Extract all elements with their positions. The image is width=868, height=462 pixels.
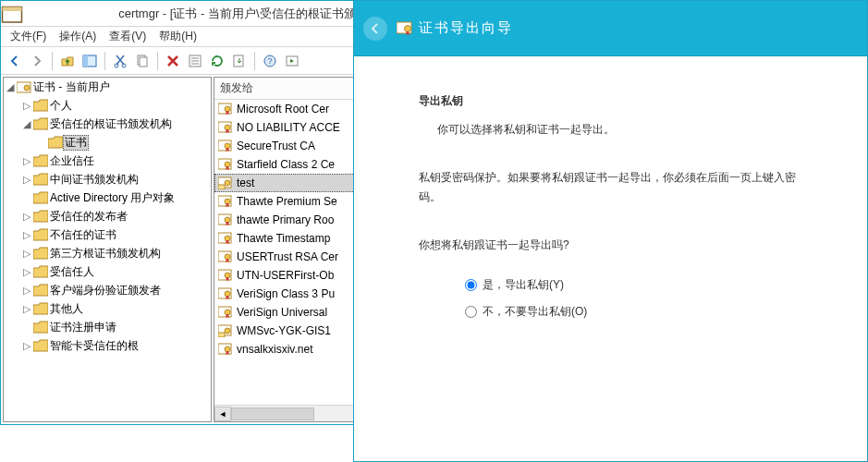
tree-item[interactable]: ▷不信任的证书	[4, 225, 211, 244]
svg-rect-45	[218, 333, 225, 337]
cert-root-icon	[17, 80, 31, 93]
tree-item-label: 个人	[48, 98, 72, 114]
tree-item-label: 第三方根证书颁发机构	[48, 246, 161, 261]
list-item-label: test	[237, 176, 254, 189]
svg-text:?: ?	[267, 56, 272, 66]
wizard-header[interactable]: 证书导出向导	[354, 1, 867, 56]
radio-yes-label: 是，导出私钥(Y)	[483, 277, 564, 293]
scroll-left-arrow[interactable]: ◄	[214, 407, 231, 421]
app-icon	[1, 3, 23, 25]
tree-item-label: 不信任的证书	[48, 227, 116, 243]
list-item-label: thawte Primary Roo	[237, 213, 334, 226]
expand-icon[interactable]: ▷	[20, 248, 33, 260]
scroll-thumb[interactable]	[231, 407, 314, 420]
action-button[interactable]	[282, 51, 302, 71]
collapse-icon[interactable]: ◢	[4, 81, 17, 93]
forward-button[interactable]	[27, 51, 47, 71]
tree-item-label: 企业信任	[48, 153, 94, 169]
tree-item-label: 其他人	[48, 301, 83, 317]
radio-yes-input[interactable]	[465, 279, 477, 291]
list-item-label: VeriSign Universal	[237, 306, 327, 319]
tree-item[interactable]: ▷其他人	[4, 299, 211, 318]
tree-item[interactable]: 证书	[4, 133, 211, 152]
radio-no-input[interactable]	[465, 306, 477, 318]
list-item-label: Microsoft Root Cer	[237, 103, 329, 116]
wizard-question-text: 你想将私钥跟证书一起导出吗?	[419, 236, 812, 256]
radio-yes-row[interactable]: 是，导出私钥(Y)	[465, 272, 812, 298]
tree-item[interactable]: ▷受信任的发布者	[4, 207, 211, 225]
menu-action[interactable]: 操作(A)	[54, 27, 102, 46]
refresh-button[interactable]	[207, 51, 227, 71]
tree-item[interactable]: ▷智能卡受信任的根	[4, 336, 211, 355]
tree-item[interactable]: ▷第三方根证书颁发机构	[4, 244, 211, 262]
expand-icon[interactable]: ▷	[20, 174, 33, 186]
up-button[interactable]	[57, 51, 78, 71]
list-item-label: Starfield Class 2 Ce	[237, 158, 335, 171]
list-item-label: SecureTrust CA	[237, 140, 315, 152]
tree-item-label: 智能卡受信任的根	[48, 338, 139, 354]
expand-icon[interactable]: ▷	[20, 285, 33, 297]
tree-item[interactable]: ◢受信任的根证书颁发机构	[4, 115, 211, 133]
wizard-back-button[interactable]	[363, 17, 387, 41]
expand-icon[interactable]: ▷	[20, 211, 33, 223]
expand-icon[interactable]: ▷	[20, 155, 33, 167]
tree-root-label: 证书 - 当前用户	[31, 79, 110, 95]
tree-item-label: 中间证书颁发机构	[48, 172, 139, 188]
tree-item[interactable]: Active Directory 用户对象	[4, 188, 211, 207]
expand-icon[interactable]: ▷	[20, 303, 33, 315]
tree-item-label: 受信任的根证书颁发机构	[48, 116, 172, 132]
expand-icon[interactable]: ◢	[20, 118, 33, 130]
tree-item[interactable]: ▷个人	[4, 96, 211, 115]
list-item-label: Thawte Timestamp	[237, 232, 330, 245]
tree-item-label: 受信任人	[48, 264, 94, 280]
svg-rect-12	[234, 55, 243, 67]
list-item-label: Thawte Premium Se	[237, 195, 337, 208]
list-item-label: UTN-USERFirst-Ob	[237, 269, 334, 282]
list-item-label: VeriSign Class 3 Pu	[237, 287, 335, 300]
svg-point-17	[24, 85, 30, 91]
export-key-radio-group: 是，导出私钥(Y) 不，不要导出私钥(O)	[437, 264, 812, 325]
show-hide-tree-button[interactable]	[79, 51, 100, 71]
tree-item-label: 客户端身份验证颁发者	[48, 283, 161, 298]
cut-button[interactable]	[110, 51, 130, 71]
wizard-title-text: 证书导出向导	[419, 19, 513, 37]
svg-rect-7	[140, 57, 147, 67]
expand-icon[interactable]: ▷	[20, 340, 33, 352]
tree-item[interactable]: 证书注册申请	[4, 318, 211, 336]
expand-icon[interactable]: ▷	[20, 266, 33, 278]
menu-view[interactable]: 查看(V)	[104, 27, 152, 46]
expand-icon[interactable]: ▷	[20, 100, 33, 112]
help-button[interactable]: ?	[260, 51, 280, 71]
properties-button[interactable]	[185, 51, 205, 71]
wizard-note-text: 私钥受密码保护。如果要将私钥跟证书一起导出，你必须在后面一页上键入密码。	[419, 168, 812, 208]
wizard-intro-text: 你可以选择将私钥和证书一起导出。	[437, 120, 812, 140]
tree-pane[interactable]: ◢ 证书 - 当前用户 ▷个人◢受信任的根证书颁发机构 证书▷企业信任▷中间证书…	[3, 77, 212, 422]
svg-rect-28	[218, 185, 225, 189]
back-button[interactable]	[5, 51, 25, 71]
tree-item[interactable]: ▷受信任人	[4, 262, 211, 281]
radio-no-label: 不，不要导出私钥(O)	[483, 304, 587, 320]
tree-item-label: 受信任的发布者	[48, 209, 128, 225]
wizard-section-heading: 导出私钥	[419, 93, 812, 109]
tree-item-label: 证书注册申请	[48, 320, 116, 335]
tree-item-label: 证书	[63, 135, 89, 151]
list-item-label: WMSvc-YGK-GIS1	[237, 324, 331, 337]
svg-point-27	[225, 180, 230, 186]
menu-file[interactable]: 文件(F)	[5, 27, 52, 46]
list-item-label: USERTrust RSA Cer	[237, 250, 338, 263]
delete-button[interactable]	[163, 51, 183, 71]
copy-button[interactable]	[132, 51, 153, 71]
list-item-label: NO LIABILITY ACCE	[237, 121, 340, 134]
svg-rect-3	[83, 55, 88, 67]
radio-no-row[interactable]: 不，不要导出私钥(O)	[465, 298, 812, 325]
expand-icon[interactable]: ▷	[20, 229, 33, 241]
export-list-button[interactable]	[229, 51, 250, 71]
wizard-cert-icon	[397, 21, 413, 36]
menu-help[interactable]: 帮助(H)	[153, 27, 202, 46]
tree-item[interactable]: ▷客户端身份验证颁发者	[4, 281, 211, 299]
wizard-body: 导出私钥 你可以选择将私钥和证书一起导出。 私钥受密码保护。如果要将私钥跟证书一…	[354, 56, 867, 344]
tree-root[interactable]: ◢ 证书 - 当前用户	[4, 78, 211, 96]
tree-item[interactable]: ▷企业信任	[4, 152, 211, 170]
tree-item[interactable]: ▷中间证书颁发机构	[4, 170, 211, 188]
list-item-label: vnsalkxisxiv.net	[237, 343, 312, 356]
